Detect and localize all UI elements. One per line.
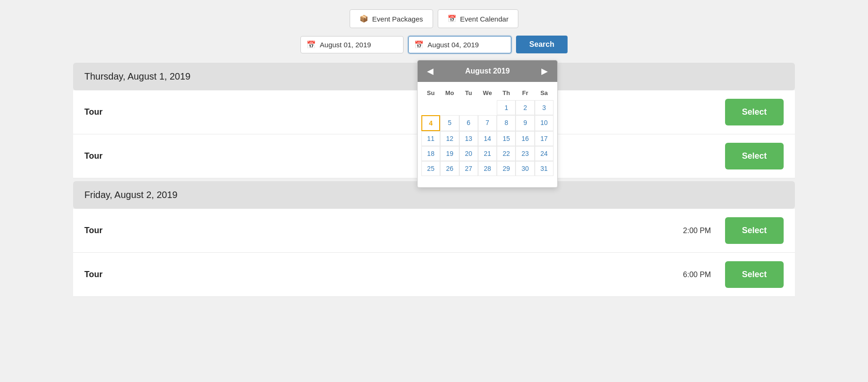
calendar-day [440, 100, 459, 115]
calendar-weekdays: Su Mo Tu We Th Fr Sa [421, 86, 554, 100]
calendar-day[interactable]: 17 [535, 131, 554, 146]
calendar-header: ◀ August 2019 ▶ [418, 60, 557, 82]
calendar-day[interactable]: 5 [440, 115, 459, 131]
weekday-sa: Sa [535, 88, 554, 98]
calendar-day[interactable]: 3 [535, 100, 554, 115]
calendar-day[interactable]: 19 [440, 146, 459, 161]
tour-time-fri-1: 2:00 PM [673, 227, 711, 235]
calendar-day [421, 176, 440, 184]
calendar-day[interactable]: 25 [421, 161, 440, 176]
event-packages-label: Event Packages [372, 15, 423, 23]
weekday-th: Th [497, 88, 516, 98]
tour-row-fri-1: Tour 2:00 PM Select [73, 209, 795, 253]
date-to-input[interactable]: 📅 August 04, 2019 [408, 36, 511, 53]
date-to-value: August 04, 2019 [427, 41, 479, 49]
calendar-day[interactable]: 2 [516, 100, 534, 115]
calendar-day[interactable]: 22 [497, 146, 516, 161]
calendar-day[interactable]: 8 [497, 115, 516, 131]
event-packages-icon: 📦 [359, 15, 368, 23]
calendar-day[interactable]: 9 [516, 115, 534, 131]
calendar-day[interactable]: 29 [497, 161, 516, 176]
calendar-day[interactable]: 7 [478, 115, 497, 131]
select-button-fri-2[interactable]: Select [725, 261, 784, 288]
date-from-value: August 01, 2019 [320, 41, 371, 49]
calendar-day[interactable]: 24 [535, 146, 554, 161]
calendar-prev-button[interactable]: ◀ [424, 65, 436, 77]
event-calendar-label: Event Calendar [460, 15, 509, 23]
calendar-day[interactable]: 28 [478, 161, 497, 176]
calendar-day[interactable]: 14 [478, 131, 497, 146]
calendar-day[interactable]: 31 [535, 161, 554, 176]
calendar-day[interactable]: 4 [421, 115, 440, 131]
calendar-day[interactable]: 18 [421, 146, 440, 161]
calendar-day[interactable]: 15 [497, 131, 516, 146]
date-from-input[interactable]: 📅 August 01, 2019 [300, 36, 404, 53]
calendar-day[interactable]: 12 [440, 131, 459, 146]
calendar-popup: ◀ August 2019 ▶ Su Mo Tu We Th Fr Sa 123… [417, 60, 558, 188]
select-button-fri-1[interactable]: Select [725, 217, 784, 244]
date-to-icon: 📅 [414, 40, 424, 49]
tour-label-thu-1: Tour [84, 107, 673, 117]
calendar-day[interactable]: 6 [459, 115, 478, 131]
top-navigation: 📦 Event Packages 📅 Event Calendar [0, 9, 868, 28]
search-bar: 📅 August 01, 2019 📅 August 04, 2019 Sear… [0, 36, 868, 53]
calendar-day[interactable]: 13 [459, 131, 478, 146]
calendar-day [421, 100, 440, 115]
date-from-icon: 📅 [307, 40, 316, 49]
calendar-day[interactable]: 21 [478, 146, 497, 161]
calendar-day[interactable]: 16 [516, 131, 534, 146]
event-calendar-button[interactable]: 📅 Event Calendar [438, 9, 518, 28]
calendar-next-button[interactable]: ▶ [539, 65, 551, 77]
calendar-days: 1234567891011121314151617181920212223242… [421, 100, 554, 184]
calendar-grid: Su Mo Tu We Th Fr Sa 1234567891011121314… [418, 82, 557, 187]
event-packages-button[interactable]: 📦 Event Packages [350, 9, 433, 28]
calendar-day[interactable]: 27 [459, 161, 478, 176]
calendar-day [478, 100, 497, 115]
tour-label-thu-2: Tour [84, 151, 673, 161]
select-button-thu-1[interactable]: Select [725, 99, 784, 125]
calendar-day[interactable]: 23 [516, 146, 534, 161]
calendar-day[interactable]: 10 [535, 115, 554, 131]
calendar-title: August 2019 [465, 67, 509, 75]
calendar-day[interactable]: 1 [497, 100, 516, 115]
event-calendar-icon: 📅 [448, 15, 456, 23]
calendar-day[interactable]: 20 [459, 146, 478, 161]
search-button[interactable]: Search [516, 36, 567, 53]
calendar-day [459, 100, 478, 115]
calendar-day[interactable]: 11 [421, 131, 440, 146]
calendar-day[interactable]: 30 [516, 161, 534, 176]
calendar-day[interactable]: 26 [440, 161, 459, 176]
tour-label-fri-1: Tour [84, 226, 673, 235]
tour-row-fri-2: Tour 6:00 PM Select [73, 253, 795, 297]
weekday-we: We [478, 88, 497, 98]
weekday-fr: Fr [516, 88, 534, 98]
tour-label-fri-2: Tour [84, 270, 673, 279]
select-button-thu-2[interactable]: Select [725, 143, 784, 169]
weekday-mo: Mo [440, 88, 459, 98]
tour-time-fri-2: 6:00 PM [673, 271, 711, 279]
section-friday: Friday, August 2, 2019 Tour 2:00 PM Sele… [73, 181, 795, 297]
weekday-su: Su [421, 88, 440, 98]
weekday-tu: Tu [459, 88, 478, 98]
